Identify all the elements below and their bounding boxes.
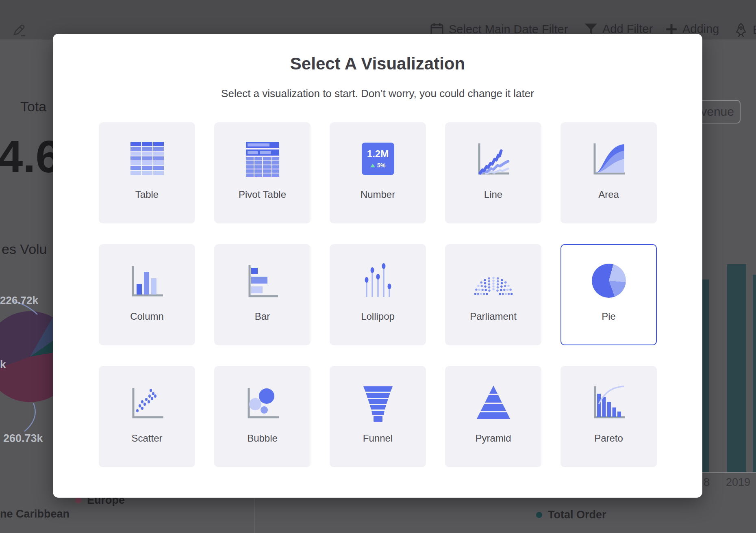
number-icon: 1.2M 5% — [362, 143, 394, 175]
tile-funnel-label: Funnel — [363, 433, 393, 444]
visualization-grid: Table Pivot Table — [99, 122, 657, 467]
pivot-table-icon — [243, 139, 282, 178]
tile-number-label: Number — [361, 189, 395, 200]
modal-title: Select A Visualization — [53, 54, 702, 74]
pyramid-chart-icon — [474, 383, 513, 422]
tile-pivot-table[interactable]: Pivot Table — [214, 122, 311, 223]
pie-chart-icon — [592, 264, 626, 298]
tile-parliament[interactable]: Parliament — [445, 244, 541, 345]
tile-scatter-label: Scatter — [131, 433, 162, 444]
tile-scatter[interactable]: Scatter — [99, 366, 195, 467]
tile-lollipop-label: Lollipop — [361, 311, 395, 322]
modal-subtitle: Select a visualization to start. Don’t w… — [53, 87, 702, 100]
tile-pareto-label: Pareto — [594, 433, 623, 444]
tile-parliament-label: Parliament — [470, 311, 517, 322]
tile-table[interactable]: Table — [99, 122, 195, 223]
tile-line[interactable]: Line — [445, 122, 541, 223]
number-icon-delta: 5% — [377, 162, 385, 169]
tile-pareto[interactable]: Pareto — [560, 366, 657, 467]
line-chart-icon — [474, 139, 513, 178]
tile-column-label: Column — [130, 311, 164, 322]
tile-bar-label: Bar — [255, 311, 270, 322]
select-visualization-modal: Select A Visualization Select a visualiz… — [53, 34, 702, 498]
pareto-chart-icon — [589, 383, 628, 422]
tile-pie-label: Pie — [602, 311, 616, 322]
lollipop-chart-icon — [358, 261, 398, 300]
bubble-chart-icon — [243, 383, 282, 422]
tile-lollipop[interactable]: Lollipop — [330, 244, 426, 345]
tile-pie[interactable]: Pie — [560, 244, 657, 345]
table-icon — [128, 139, 167, 178]
tile-area-label: Area — [598, 189, 619, 200]
column-chart-icon — [128, 261, 167, 300]
tile-table-label: Table — [135, 189, 159, 200]
tile-pivot-table-label: Pivot Table — [239, 189, 286, 200]
tile-line-label: Line — [484, 189, 502, 200]
funnel-chart-icon — [358, 383, 398, 422]
delta-up-icon — [370, 164, 375, 167]
area-chart-icon — [589, 139, 628, 178]
bar-chart-icon — [243, 261, 282, 300]
scatter-chart-icon — [128, 383, 167, 422]
tile-funnel[interactable]: Funnel — [330, 366, 426, 467]
tile-column[interactable]: Column — [99, 244, 195, 345]
screen: Select Main Date Filter Add Filter Addin… — [0, 0, 756, 533]
tile-bubble-label: Bubble — [247, 433, 278, 444]
tile-pyramid[interactable]: Pyramid — [445, 366, 541, 467]
tile-area[interactable]: Area — [560, 122, 657, 223]
tile-pyramid-label: Pyramid — [475, 433, 511, 444]
parliament-chart-icon — [474, 261, 513, 300]
tile-bar[interactable]: Bar — [214, 244, 311, 345]
tile-bubble[interactable]: Bubble — [214, 366, 311, 467]
number-icon-value: 1.2M — [367, 149, 389, 159]
tile-number[interactable]: 1.2M 5% Number — [330, 122, 426, 223]
